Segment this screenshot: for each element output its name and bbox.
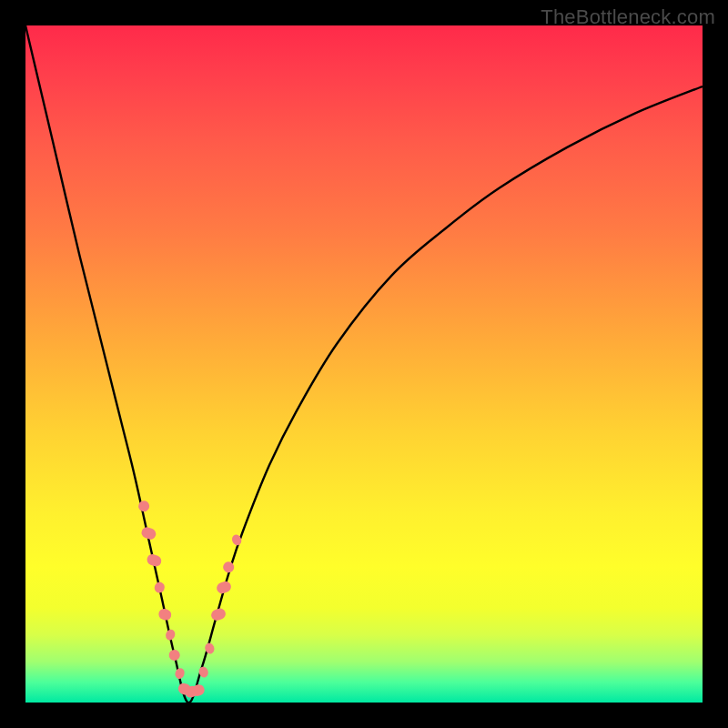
curve-marker [153,581,166,594]
curve-marker [164,628,177,642]
bottleneck-curve [25,25,703,703]
marker-layer [136,500,242,700]
curve-marker [146,552,163,568]
curve-marker [136,500,150,513]
curve-layer [25,25,703,703]
watermark-text: TheBottleneck.com [541,5,715,29]
curve-marker [167,648,181,662]
chart-frame: TheBottleneck.com [0,0,728,728]
curve-marker [140,526,157,541]
curve-marker [222,561,236,574]
curve-marker [174,667,187,681]
curve-marker [215,580,232,595]
curve-marker [209,607,227,622]
chart-svg [25,25,703,703]
curve-marker [157,607,173,622]
